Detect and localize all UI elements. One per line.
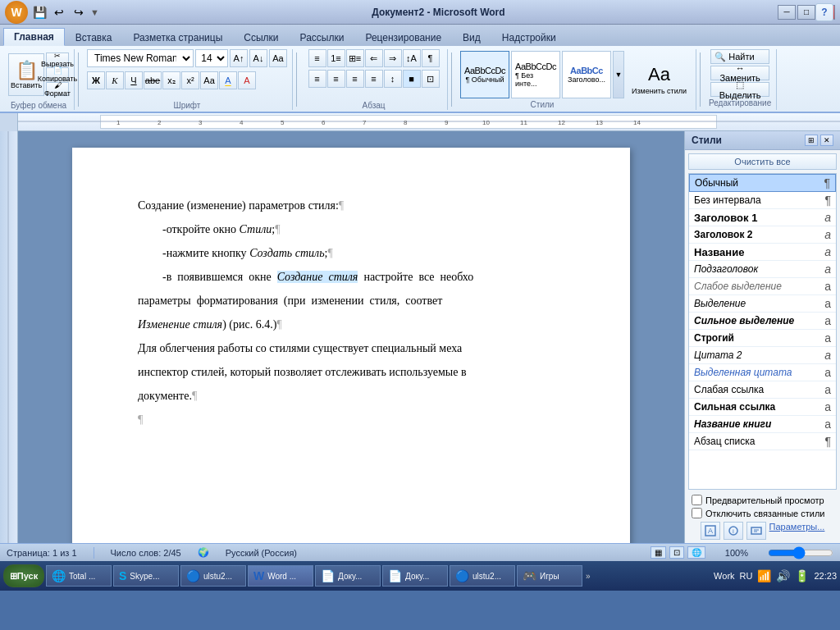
clipboard-label: Буфер обмена [11, 101, 66, 110]
tab-insert[interactable]: Вставка [65, 28, 123, 46]
sort-button[interactable]: ↕A [403, 49, 421, 67]
print-view-button[interactable]: ▦ [651, 546, 666, 559]
tab-references[interactable]: Ссылки [233, 28, 289, 46]
style-item-emphasis[interactable]: Выделение a [689, 295, 836, 313]
case-button[interactable]: Аа [200, 71, 218, 89]
underline-button[interactable]: Ч [125, 71, 143, 89]
styles-panel-detach-button[interactable]: ⊞ [805, 135, 818, 146]
style-item-title[interactable]: Название a [689, 244, 836, 261]
style-item-normal[interactable]: Обычный ¶ [689, 174, 836, 192]
style-item-intense-ref[interactable]: Сильная ссылка a [689, 399, 836, 416]
style-item-no-spacing[interactable]: Без интервала ¶ [689, 192, 836, 209]
linked-styles-checkbox[interactable] [692, 508, 702, 518]
style-item-subtle-ref[interactable]: Слабая ссылка a [689, 381, 836, 399]
taskbar-word-button[interactable]: W Word ... [248, 565, 313, 587]
office-button[interactable]: W [5, 1, 28, 24]
style-item-subtle-emphasis[interactable]: Слабое выделение a [689, 278, 836, 295]
clear-format-button[interactable]: Aa [269, 49, 287, 67]
tab-mailings[interactable]: Рассылки [290, 28, 355, 46]
style-item-quote2[interactable]: Цитата 2 a [689, 347, 836, 364]
help-button[interactable]: ? [815, 3, 833, 21]
border-button[interactable]: ⊡ [422, 70, 440, 88]
quick-undo-button[interactable]: ↩ [51, 4, 67, 21]
preview-checkbox[interactable] [692, 495, 702, 505]
align-left-button[interactable]: ≡ [308, 70, 326, 88]
taskbar-ulstu2-button[interactable]: 🔵 ulstu2... [450, 565, 515, 587]
decrease-font-button[interactable]: A↓ [249, 49, 267, 67]
styles-panel-close-button[interactable]: ✕ [820, 135, 833, 146]
document-area[interactable]: Создание (изменение) параметров стиля:¶ … [18, 131, 684, 543]
taskbar-doc2-button[interactable]: 📄 Доку... [382, 565, 448, 587]
start-button[interactable]: ⊞ Пуск [3, 564, 44, 587]
show-marks-button[interactable]: ¶ [422, 49, 440, 67]
bold-button[interactable]: Ж [87, 71, 105, 89]
align-center-button[interactable]: ≡ [327, 70, 345, 88]
minimize-button[interactable]: ─ [778, 5, 796, 20]
tab-view[interactable]: Вид [452, 28, 491, 46]
increase-indent-button[interactable]: ⇒ [384, 49, 402, 67]
style-inspector-button[interactable]: i [724, 522, 743, 540]
params-link[interactable]: Параметры... [769, 522, 825, 540]
strikethrough-button[interactable]: abe [144, 71, 162, 89]
tab-home[interactable]: Главная [3, 28, 65, 46]
quick-redo-button[interactable]: ↪ [71, 4, 87, 21]
superscript-button[interactable]: x² [181, 71, 199, 89]
increase-font-button[interactable]: A↑ [230, 49, 248, 67]
clear-all-button[interactable]: Очистить все [688, 153, 837, 170]
format-painter-button[interactable]: 🖌 Формат [46, 82, 69, 96]
view-buttons: ▦ ⊡ 🌐 [651, 546, 705, 559]
quick-save-button[interactable]: 💾 [31, 4, 48, 21]
document-page[interactable]: Создание (изменение) параметров стиля:¶ … [72, 148, 630, 543]
taskbar-games-button[interactable]: 🎮 Игры [517, 565, 582, 587]
style-item-heading1[interactable]: Заголовок 1 a [689, 209, 836, 226]
taskbar-doc1-button[interactable]: 📄 Доку... [315, 565, 381, 587]
taskbar-ie-button[interactable]: 🌐 Total ... [46, 565, 112, 587]
bullets-button[interactable]: ≡ [308, 49, 326, 67]
decrease-indent-button[interactable]: ⇐ [365, 49, 383, 67]
taskbar-ulstu1-button[interactable]: 🔵 ulstu2... [180, 565, 246, 587]
style-no-spacing-button[interactable]: AaBbCcDc ¶ Без инте... [511, 51, 560, 98]
style-normal-button[interactable]: AaBbCcDc ¶ Обычный [460, 51, 509, 98]
style-item-heading2[interactable]: Заголовок 2 a [689, 226, 836, 244]
tab-page-layout[interactable]: Разметка страницы [122, 28, 233, 46]
style-item-intense-quote[interactable]: Выделенная цитата a [689, 364, 836, 381]
shading-button[interactable]: ■ [403, 70, 421, 88]
style-item-subtitle[interactable]: Подзаголовок a [689, 261, 836, 278]
doc-para-10: ¶ [138, 411, 564, 428]
tab-addins[interactable]: Надстройки [491, 28, 567, 46]
replace-button[interactable]: ↔ Заменить [710, 66, 769, 80]
font-size-select[interactable]: 14 [195, 49, 228, 67]
multilevel-button[interactable]: ⊞≡ [346, 49, 364, 67]
full-screen-button[interactable]: ⊡ [669, 546, 684, 559]
font-family-select[interactable]: Times New Roman [87, 49, 194, 67]
web-view-button[interactable]: 🌐 [687, 546, 705, 559]
editing-group-label: Редактирование [709, 98, 771, 107]
manage-styles-button[interactable] [746, 522, 766, 540]
tab-review[interactable]: Рецензирование [354, 28, 452, 46]
font-color-button[interactable]: A [238, 71, 256, 89]
zoom-slider[interactable] [768, 546, 833, 559]
subscript-button[interactable]: x₂ [162, 71, 180, 89]
select-button[interactable]: ⬚ Выделить [710, 82, 769, 97]
style-item-strong-emphasis[interactable]: Сильное выделение a [689, 313, 836, 330]
cut-button[interactable]: ✂ Вырезать [46, 52, 69, 66]
highlight-button[interactable]: A [219, 71, 237, 89]
styles-panel-footer: Предварительный просмотр Отключить связа… [685, 490, 840, 543]
justify-button[interactable]: ≡ [365, 70, 383, 88]
line-spacing-button[interactable]: ↕ [384, 70, 402, 88]
change-styles-button[interactable]: Аа Изменить стили [628, 60, 691, 99]
align-right-button[interactable]: ≡ [346, 70, 364, 88]
italic-button[interactable]: К [106, 71, 124, 89]
style-item-book-title[interactable]: Название книги a [689, 416, 836, 433]
find-button[interactable]: 🔍 Найти [710, 49, 769, 64]
style-heading1-button[interactable]: AaBbCc Заголово... [562, 51, 611, 98]
page-status: Страница: 1 из 1 [7, 548, 77, 558]
taskbar-skype-button[interactable]: S Skype... [113, 565, 179, 587]
copy-button[interactable]: 📄 Копировать [46, 67, 69, 81]
numbering-button[interactable]: 1≡ [327, 49, 345, 67]
style-item-strong[interactable]: Строгий a [689, 330, 836, 347]
new-style-button[interactable]: A [701, 522, 720, 540]
styles-gallery-expand[interactable]: ▼ [613, 51, 624, 98]
maximize-button[interactable]: □ [797, 5, 815, 20]
style-item-list-para[interactable]: Абзац списка ¶ [689, 433, 836, 450]
